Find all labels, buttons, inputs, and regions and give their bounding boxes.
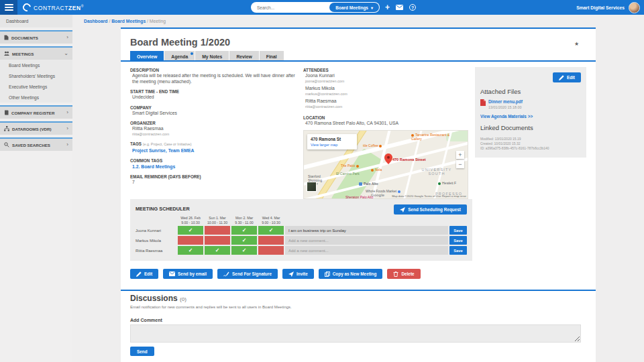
breadcrumb-board-meetings[interactable]: Board Meetings — [111, 19, 146, 23]
time-value: Undecided — [130, 95, 299, 101]
send-by-email-button[interactable]: Send by email — [163, 269, 213, 279]
scheduler-row: Joona Kunnari ✓✓✓ Save — [136, 226, 467, 235]
contractzen-logo[interactable]: CONTRACTZEN® — [23, 0, 84, 15]
attached-file-link[interactable]: Dinner menu.pdf — [488, 99, 523, 104]
created-timestamp: Created: 10/01/2020 15.32 — [480, 141, 581, 146]
brand-name: CONTRACTZEN® — [34, 4, 84, 11]
button-label: Copy as New Meeting — [333, 272, 377, 276]
add-comment-textarea[interactable] — [130, 324, 581, 343]
availability-cell-yes[interactable]: ✓ — [231, 236, 257, 245]
sidebar-item-datarooms[interactable]: DATAROOMS (VDR) › — [0, 121, 72, 135]
page-title: Board Meeting 1/2020 — [130, 37, 230, 48]
chevron-right-icon: › — [66, 143, 68, 147]
attendee-email: joona@contractzen.com — [303, 79, 470, 84]
description-label: DESCRIPTION — [130, 67, 299, 73]
sidebar-item-other-meetings[interactable]: Other Meetings — [0, 92, 72, 103]
edit-button-label: Edit — [567, 75, 575, 80]
send-for-signature-button[interactable]: Send For Signature — [217, 269, 278, 279]
favorite-star-icon[interactable]: ★ — [574, 41, 579, 47]
availability-cell-yes[interactable]: ✓ — [258, 226, 284, 235]
location-label: LOCATION — [303, 115, 470, 121]
tags-value-link[interactable]: Project Sunrise, Team EMEA — [130, 147, 299, 154]
send-comment-button[interactable]: Send — [130, 347, 154, 356]
scheduler-attendee-name: Markus Mikola — [136, 239, 178, 243]
google-logo: Google — [371, 193, 384, 197]
map-satellite-toggle[interactable] — [307, 182, 317, 192]
add-icon[interactable]: + — [385, 4, 390, 11]
edit-button[interactable]: Edit — [553, 72, 581, 82]
availability-cell-no[interactable] — [178, 236, 203, 245]
sitemap-icon — [4, 126, 9, 131]
send-scheduling-request-button[interactable]: Send Scheduling Request — [394, 204, 467, 215]
availability-cell-no[interactable] — [258, 236, 284, 245]
people-icon — [4, 51, 9, 56]
sidebar-item-company-register[interactable]: COMPANY REGISTER › — [0, 105, 72, 119]
copy-as-new-meeting-button[interactable]: Copy as New Meeting — [319, 269, 383, 279]
search-scope-button[interactable]: Board Meetings ▾ — [329, 3, 379, 12]
availability-cell-yes[interactable]: ✓ — [178, 226, 203, 235]
save-comment-button[interactable]: Save — [449, 246, 467, 255]
contractzen-logo-icon — [21, 2, 33, 13]
sidebar-item-saved-searches[interactable]: SAVED SEARCHES › — [0, 137, 72, 151]
paper-plane-icon — [400, 207, 405, 213]
map-zoom-out-button[interactable]: − — [456, 160, 464, 168]
attendees-location-column: ATTENDEES Joona Kunnari joona@contractze… — [303, 67, 470, 199]
sidebar-item-board-meetings[interactable]: Board Meetings — [0, 60, 72, 70]
common-tags-value-link[interactable]: 1.2. Board Meetings — [130, 164, 299, 170]
button-label: Delete — [401, 272, 414, 276]
edit-meeting-button[interactable]: Edit — [130, 269, 158, 279]
map-marker-icon — [384, 154, 392, 164]
sidebar-item-executive-meetings[interactable]: Executive Meetings — [0, 81, 72, 92]
map-zoom-in-button[interactable]: + — [456, 151, 464, 159]
save-comment-button[interactable]: Save — [449, 226, 467, 235]
save-comment-button[interactable]: Save — [449, 236, 467, 245]
user-avatar[interactable] — [629, 2, 640, 13]
tags-hint: (e.g. Project, Case or Initiative) — [143, 142, 192, 146]
description-value: Agenda will be released after the meetin… — [130, 73, 299, 84]
search-input[interactable] — [257, 5, 329, 10]
sidebar-item-shareholders-meetings[interactable]: Shareholders' Meetings — [0, 70, 72, 81]
button-label: Edit — [144, 272, 152, 276]
account-name[interactable]: Smart Digital Services — [576, 5, 625, 10]
scheduler-comment-input[interactable] — [285, 246, 448, 255]
company-value: Smart Digital Services — [130, 111, 299, 117]
scheduler-comment-input[interactable] — [285, 226, 448, 235]
breadcrumb-current: Meeting — [150, 19, 166, 23]
reminder-value: 7 — [130, 180, 299, 186]
scheduler-row: Riitta Raesmaa ✓✓✓ Save — [136, 246, 467, 255]
attendee-name: Markus Mikola — [303, 86, 470, 92]
mail-icon[interactable] — [396, 5, 403, 10]
send-scheduling-request-label: Send Scheduling Request — [408, 207, 461, 212]
meeting-scheduler: MEETING SCHEDULER Send Scheduling Reques… — [130, 199, 472, 261]
availability-cell-no[interactable] — [205, 226, 230, 235]
availability-cell-yes[interactable]: ✓ — [205, 246, 230, 255]
view-agenda-materials-link[interactable]: View Agenda Materials >> — [480, 114, 581, 119]
availability-cell-yes[interactable]: ✓ — [231, 246, 257, 255]
breadcrumb-dashboard[interactable]: Dashboard — [84, 19, 108, 23]
availability-cell-yes[interactable]: ✓ — [231, 226, 257, 235]
scheduler-comment-input[interactable] — [285, 236, 448, 245]
availability-cell-no[interactable] — [205, 236, 230, 245]
pdf-file-icon — [480, 99, 486, 106]
invite-button[interactable]: Invite — [282, 269, 314, 279]
attached-files-panel: Edit Attached Files Dinner menu.pdf 13/0… — [475, 67, 586, 158]
availability-cell-yes[interactable]: ✓ — [178, 246, 203, 255]
delete-button[interactable]: Delete — [387, 269, 420, 279]
discussions-title: Discussions (0) — [130, 294, 586, 303]
location-map[interactable]: Tamarine Restaurant & Gallery ttle Coffe… — [303, 130, 468, 199]
sidebar-item-meetings[interactable]: MEETINGS ⌄ — [0, 46, 72, 60]
search-icon — [4, 142, 9, 147]
scheduler-date: Mon 2. Mar9.30 - 11.00 — [231, 216, 257, 225]
help-icon[interactable]: ? — [409, 4, 416, 11]
attendee-name: Joona Kunnari — [303, 73, 470, 79]
view-larger-map-link[interactable]: View larger map — [311, 143, 354, 147]
menu-toggle-icon[interactable] — [0, 0, 17, 15]
availability-cells: ✓✓✓ — [178, 226, 285, 235]
button-label: Send For Signature — [232, 272, 272, 276]
sidebar-item-documents[interactable]: DOCUMENTS › — [0, 30, 72, 44]
common-tags-label: COMMON TAGS — [130, 158, 299, 164]
sidebar-item-label: MEETINGS — [12, 52, 34, 56]
availability-cell-no[interactable] — [258, 246, 284, 255]
sidebar-item-dashboard[interactable]: Dashboard — [0, 15, 72, 27]
map-attribution[interactable]: Map data ©2020 Google Terms of Use Repor… — [392, 194, 466, 198]
